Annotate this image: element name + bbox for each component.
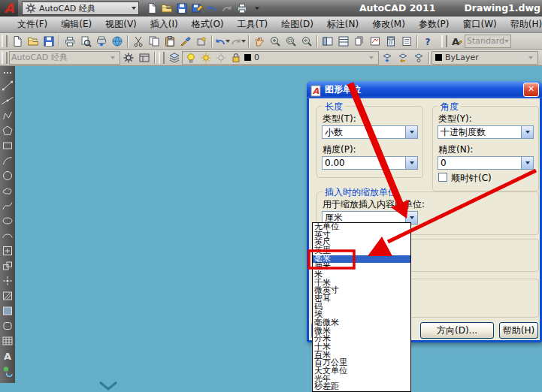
menu-item-6[interactable]: 绘图(D) <box>274 17 320 32</box>
close-icon[interactable]: ✕ <box>523 83 539 97</box>
ellipse-icon[interactable] <box>2 215 14 227</box>
object-color-combo[interactable]: ByLayer <box>431 51 538 65</box>
workspace-quick-combo[interactable]: AutoCAD 经典 <box>22 2 139 15</box>
workspace-settings-icon[interactable] <box>120 50 136 65</box>
unit-option-20[interactable]: 秒差距 <box>313 383 410 391</box>
helix-icon[interactable] <box>2 365 14 377</box>
angle-type-combo[interactable]: 十进制度数 <box>438 125 534 139</box>
toolbar-grip[interactable] <box>159 52 165 64</box>
layer-combo[interactable]: 0 <box>182 51 379 65</box>
chevron-down-icon[interactable] <box>241 40 246 43</box>
menu-item-9[interactable]: 参数(P) <box>412 17 456 32</box>
print-icon[interactable] <box>62 34 77 49</box>
save-as-icon[interactable] <box>190 2 204 15</box>
unit-option-10[interactable]: 码 <box>313 303 410 312</box>
tool-palettes-icon[interactable] <box>335 34 351 49</box>
make-layer-current-icon[interactable] <box>379 50 395 65</box>
insert-block-icon[interactable] <box>2 245 14 257</box>
menu-item-11[interactable]: 帮助(H) <box>504 17 542 32</box>
plot-icon[interactable] <box>93 34 109 49</box>
layer-properties-manager-icon[interactable] <box>166 50 182 65</box>
multiline-text-icon[interactable]: A <box>2 350 14 362</box>
hatch-icon[interactable] <box>2 290 14 302</box>
toolbar-grip[interactable] <box>4 72 11 77</box>
menu-item-8[interactable]: 修改(M) <box>365 17 412 32</box>
block-editor-icon[interactable] <box>193 34 209 49</box>
design-center-icon[interactable] <box>319 34 335 49</box>
length-type-combo[interactable]: 小数 <box>322 125 418 139</box>
menu-item-4[interactable]: 格式(O) <box>185 17 231 32</box>
spline-icon[interactable] <box>2 200 14 212</box>
zoom-window-icon[interactable] <box>283 34 298 49</box>
cut-icon[interactable] <box>130 34 146 49</box>
sun-on-icon[interactable] <box>199 51 213 65</box>
make-block-icon[interactable] <box>2 260 14 272</box>
match-properties-icon[interactable] <box>177 34 193 49</box>
new-file-icon[interactable] <box>9 34 25 49</box>
table-icon[interactable] <box>2 335 14 347</box>
angle-precision-combo[interactable]: 0 <box>438 156 534 170</box>
properties-icon[interactable] <box>398 34 414 49</box>
text-style-combo[interactable]: Standard <box>465 35 511 48</box>
chevron-down-icon[interactable] <box>521 126 533 138</box>
menu-item-5[interactable]: 工具(T) <box>231 17 275 32</box>
open-file-icon[interactable] <box>160 2 174 15</box>
save-file-icon[interactable] <box>175 2 189 15</box>
redo-icon[interactable] <box>220 2 234 15</box>
unit-option-5[interactable]: 厘米 <box>313 263 410 271</box>
clockwise-checkbox[interactable] <box>438 173 447 182</box>
redo-icon[interactable] <box>230 34 246 49</box>
paste-icon[interactable] <box>162 34 177 49</box>
polygon-icon[interactable] <box>2 125 14 137</box>
chevron-down-icon[interactable] <box>405 126 417 138</box>
chevron-down-icon[interactable] <box>405 157 417 169</box>
sun-off-icon[interactable] <box>214 51 228 65</box>
rectangle-icon[interactable] <box>2 140 14 152</box>
direction-button[interactable]: 方向(D)... <box>420 322 494 339</box>
print-icon[interactable] <box>235 2 249 15</box>
copy-icon[interactable] <box>146 34 162 49</box>
quick-calc-icon[interactable] <box>383 34 398 49</box>
menu-item-2[interactable]: 视图(V) <box>98 17 144 32</box>
text-style-icon[interactable]: A <box>449 34 465 49</box>
workspace-combo[interactable]: AutoCAD 经典 <box>9 51 120 65</box>
toolbar-grip[interactable] <box>2 35 8 47</box>
lock-icon[interactable] <box>229 51 243 65</box>
zoom-previous-icon[interactable] <box>298 34 314 49</box>
markup-set-manager-icon[interactable] <box>367 34 383 49</box>
gradient-icon[interactable] <box>2 305 14 317</box>
sheet-set-manager-icon[interactable] <box>351 34 367 49</box>
save-file-icon[interactable] <box>41 34 56 49</box>
print-preview-icon[interactable] <box>77 34 93 49</box>
zoom-realtime-icon[interactable] <box>267 34 283 49</box>
point-icon[interactable] <box>2 275 14 287</box>
layer-previous-icon[interactable] <box>395 50 410 65</box>
pan-icon[interactable] <box>251 34 267 49</box>
construction-line-icon[interactable] <box>2 95 14 107</box>
polyline-icon[interactable] <box>2 110 14 122</box>
menu-item-1[interactable]: 编辑(E) <box>54 17 98 32</box>
workspace-frame-icon[interactable] <box>136 50 152 65</box>
unit-option-9[interactable]: 密耳 <box>313 295 410 303</box>
bulb-on-icon[interactable] <box>184 51 198 65</box>
menu-item-0[interactable]: 文件(F) <box>11 17 54 32</box>
autocad-logo-icon[interactable]: A <box>0 0 18 17</box>
circle-icon[interactable] <box>2 170 14 182</box>
open-file-icon[interactable] <box>25 34 41 49</box>
dialog-titlebar[interactable]: A 图形单位 ✕ <box>307 81 542 98</box>
line-icon[interactable] <box>2 80 14 92</box>
undo-icon[interactable] <box>205 2 219 15</box>
length-precision-combo[interactable]: 0.00 <box>322 156 418 170</box>
help-button[interactable]: 帮助(H) <box>499 322 538 339</box>
layer-states-icon[interactable] <box>410 50 426 65</box>
toolbar-grip[interactable] <box>441 35 447 47</box>
menu-down-icon[interactable] <box>250 2 264 15</box>
region-icon[interactable] <box>2 320 14 332</box>
new-file-icon[interactable] <box>145 2 159 15</box>
arc-icon[interactable] <box>2 155 14 167</box>
menu-item-7[interactable]: 标注(N) <box>320 17 365 32</box>
ellipse-arc-icon[interactable] <box>2 230 14 242</box>
chevron-down-icon[interactable] <box>521 157 533 169</box>
menu-item-10[interactable]: 窗口(W) <box>456 17 504 32</box>
menu-item-3[interactable]: 插入(I) <box>144 17 185 32</box>
